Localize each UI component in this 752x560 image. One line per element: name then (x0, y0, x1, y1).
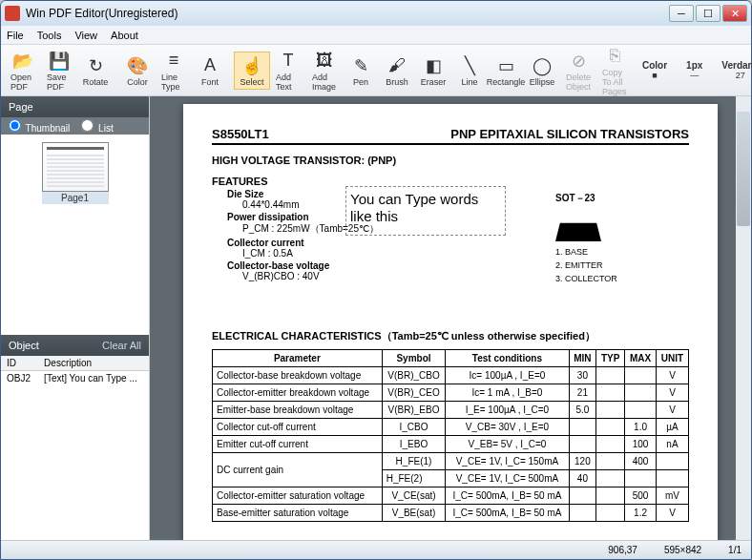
brush-button[interactable]: 🖌Brush (379, 52, 415, 89)
color-button[interactable]: 🎨Color (119, 52, 156, 89)
add-text-icon: T (277, 50, 300, 73)
font-button[interactable]: AFont (192, 52, 228, 89)
eraser-icon: ◧ (422, 54, 445, 77)
scrollbar[interactable] (736, 96, 751, 540)
object-panel-header: Object Clear All (1, 335, 149, 356)
table-row: Emitter-base breakdown voltageV(BR)_EBOI… (213, 402, 689, 419)
close-button[interactable]: ✕ (722, 5, 747, 22)
ellipse-icon: ◯ (531, 54, 554, 77)
line-icon: ╲ (458, 54, 481, 77)
ec-table: ParameterSymbolTest conditionsMINTYPMAXU… (212, 349, 689, 522)
menu-tools[interactable]: Tools (37, 30, 62, 41)
doc-subtitle: HIGH VOLTAGE TRANSISTOR: (PNP) (212, 155, 689, 166)
scroll-thumb[interactable] (737, 112, 750, 226)
part-number: S8550LT1 (212, 127, 269, 141)
app-icon (5, 6, 20, 21)
page-panel-header: Page (1, 96, 149, 117)
copy-all-button: ⎘Copy To All Pages (596, 43, 633, 98)
table-row: Collector-emitter saturation voltageV_CE… (213, 487, 689, 505)
line-button[interactable]: ╲Line (451, 52, 488, 89)
open-pdf-icon: 📂 (11, 50, 34, 73)
delete-object-button: ⊘Delete Object (560, 48, 596, 93)
rotate-icon: ↻ (84, 54, 107, 77)
rotate-button[interactable]: ↻Rotate (77, 52, 114, 89)
copy-all-icon: ⎘ (603, 45, 626, 68)
pdf-page: S8550LT1 PNP EPITAXIAL SILICON TRANSISTO… (183, 104, 718, 540)
doc-title: PNP EPITAXIAL SILICON TRANSISTORS (450, 127, 689, 141)
add-image-button[interactable]: 🖼Add Image (306, 48, 343, 93)
table-row: Collector cut-off currentI_CBOV_CB= 30V … (213, 419, 689, 436)
status-font: Verdana27 (712, 60, 752, 80)
status-size: 595×842 (664, 545, 701, 555)
package-diagram: SOT－23 1. BASE 2. EMITTER 3. COLLECTOR (555, 192, 689, 283)
minimize-button[interactable]: ─ (669, 5, 694, 22)
document-area[interactable]: S8550LT1 PNP EPITAXIAL SILICON TRANSISTO… (150, 96, 751, 540)
table-row: DC current gainH_FE(1)V_CE= 1V, I_C= 150… (213, 453, 689, 470)
object-list: IDDescription OBJ2[Text] You can Type ..… (1, 356, 149, 541)
status-color: Color■ (633, 60, 677, 80)
add-text-button[interactable]: TAdd Text (270, 48, 306, 93)
select-icon: ☝ (240, 54, 263, 77)
color-icon: 🎨 (126, 54, 149, 77)
list-radio[interactable]: List (81, 119, 113, 134)
table-row: Emitter cut-off currentI_EBOV_EB= 5V , I… (213, 436, 689, 453)
object-row[interactable]: OBJ2[Text] You can Type ... (1, 370, 149, 385)
font-icon: A (198, 54, 221, 77)
table-row: Collector-emitter breakdown voltageV(BR)… (213, 384, 689, 402)
clear-all-link[interactable]: Clear All (102, 340, 141, 351)
titlebar: Win PDF Editor(Unregistered) ─ ☐ ✕ (1, 1, 751, 26)
eraser-button[interactable]: ◧Eraser (415, 52, 451, 89)
table-row: Collector-base breakdown voltageV(BR)_CB… (213, 367, 689, 384)
rectangle-button[interactable]: ▭Rectangle (488, 52, 524, 89)
status-px: 1px— (677, 60, 712, 80)
status-page: 1/1 (728, 545, 742, 555)
save-pdf-button[interactable]: 💾Save PDF (41, 48, 77, 93)
menu-file[interactable]: File (7, 30, 24, 41)
sot23-icon (555, 211, 601, 241)
save-pdf-icon: 💾 (48, 50, 71, 73)
rectangle-icon: ▭ (494, 54, 517, 77)
delete-object-icon: ⊘ (567, 50, 590, 73)
line-type-icon: ≡ (162, 50, 185, 73)
menubar: File Tools View About (1, 26, 751, 45)
brush-icon: 🖌 (386, 54, 408, 77)
table-row: Base-emitter saturation voltageV_BE(sat)… (213, 505, 689, 522)
ec-heading: ELECTRICAL CHARACTERISTICS（Tamb=25℃ unle… (212, 330, 595, 342)
maximize-button[interactable]: ☐ (696, 5, 721, 22)
thumbnail-list: Page1 (1, 135, 149, 335)
open-pdf-button[interactable]: 📂Open PDF (5, 48, 41, 93)
toolbar: 📂Open PDF💾Save PDF↻Rotate🎨Color≡Line Typ… (1, 45, 751, 96)
line-type-button[interactable]: ≡Line Type (156, 48, 192, 93)
view-mode: Thumbnail List (1, 117, 149, 135)
text-edit-box[interactable]: You can Type words like this (345, 186, 506, 236)
menu-about[interactable]: About (111, 30, 138, 41)
page-thumbnail[interactable]: Page1 (42, 142, 109, 204)
menu-view[interactable]: View (74, 30, 97, 41)
select-button[interactable]: ☝Select (234, 52, 270, 90)
pen-icon: ✎ (349, 54, 372, 77)
add-image-icon: 🖼 (313, 50, 336, 73)
window-title: Win PDF Editor(Unregistered) (26, 7, 669, 20)
ellipse-button[interactable]: ◯Ellipse (524, 52, 560, 89)
status-pos: 906,37 (608, 545, 637, 555)
thumbnail-radio[interactable]: Thumbnail (9, 119, 70, 134)
pen-button[interactable]: ✎Pen (343, 52, 379, 89)
statusbar: 906,37 595×842 1/1 (1, 540, 751, 559)
